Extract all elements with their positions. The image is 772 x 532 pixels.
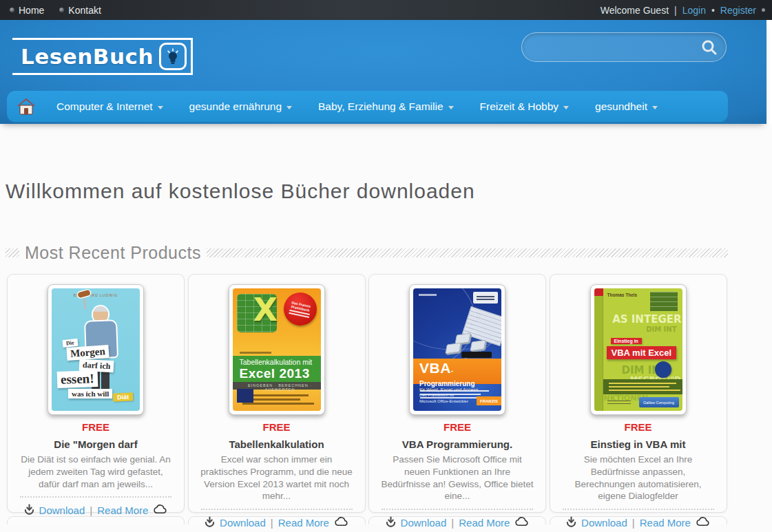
chevron-down-icon xyxy=(448,106,454,109)
home-icon[interactable] xyxy=(17,97,37,116)
top-bar: Home Kontakt Welcome Guest | Login • Reg… xyxy=(0,0,772,20)
chevron-down-icon xyxy=(158,106,163,109)
cloud-icon xyxy=(696,517,710,529)
nav-item-gesundheit[interactable]: gesundheit xyxy=(595,100,658,113)
bullet-icon xyxy=(762,8,765,12)
divider xyxy=(563,509,714,510)
read-more-link[interactable]: Read More xyxy=(640,517,691,529)
price-badge: FREE xyxy=(8,421,184,433)
welcome-guest-text: Welcome Guest xyxy=(601,5,669,16)
product-description: Sie möchten Excel an Ihre Bedürfnisse an… xyxy=(560,454,717,502)
product-card: VBA-Programmierung für Word, Excel und A… xyxy=(368,274,546,513)
separator: | xyxy=(674,5,677,16)
product-description: Excel war schon immer ein praktisches Pr… xyxy=(198,454,355,502)
cloud-icon xyxy=(334,517,348,529)
product-title: Einstieg in VBA mit xyxy=(550,438,727,450)
book-cover-morgen-darf[interactable]: BERNHARD LUDWIG Die Morgen darf ich esse… xyxy=(48,284,144,415)
nav-item-baby-erziehung-familie[interactable]: Baby, Erziehung & Familie xyxy=(318,100,454,113)
price-badge: FREE xyxy=(369,421,545,433)
download-icon xyxy=(24,504,34,517)
product-card: X Das Franzis Praxisbuch Tabellenkalkula… xyxy=(188,274,366,513)
page-title: Willkommen auf kostenlose Bücher downloa… xyxy=(6,180,772,203)
nav-item-computer-internet[interactable]: Computer & Internet xyxy=(56,100,163,113)
login-link[interactable]: Login xyxy=(682,5,706,16)
topbar-home-link[interactable]: Home xyxy=(19,5,44,16)
product-title: Tabellenkalkulation xyxy=(189,438,365,450)
download-icon xyxy=(205,516,215,529)
chevron-down-icon xyxy=(652,106,658,109)
page-content: Willkommen auf kostenlose Bücher downloa… xyxy=(0,124,772,532)
divider xyxy=(201,509,353,510)
chevron-down-icon xyxy=(563,106,569,109)
publisher-logo: FRANZIS xyxy=(477,396,501,405)
bullet-icon xyxy=(10,8,14,12)
book-cover-einstieg-vba-excel[interactable]: Thomas Theis AS INTEGER DIM INT Einstieg… xyxy=(590,284,687,415)
download-icon xyxy=(566,516,576,529)
product-card: Thomas Theis AS INTEGER DIM INT Einstieg… xyxy=(550,274,727,513)
lightbulb-icon xyxy=(159,43,187,70)
read-more-link[interactable]: Read More xyxy=(459,517,510,529)
sticker-badge: Das Franzis Praxisbuch xyxy=(280,290,320,329)
download-link[interactable]: Download xyxy=(220,517,266,529)
search-icon[interactable] xyxy=(700,39,718,59)
publisher-logo: Galileo Computing xyxy=(639,397,679,407)
divider xyxy=(20,496,171,498)
section-header: Most Recent Products xyxy=(6,243,728,263)
download-link[interactable]: Download xyxy=(581,517,627,529)
download-link[interactable]: Download xyxy=(401,517,447,529)
book-cover-vba-programmierung[interactable]: VBA-Programmierung für Word, Excel und A… xyxy=(409,284,505,415)
search-input[interactable] xyxy=(521,32,727,62)
site-logo[interactable]: LesenBuch xyxy=(12,38,193,75)
book-cover-excel-2013[interactable]: X Das Franzis Praxisbuch Tabellenkalkula… xyxy=(229,284,325,415)
price-badge: FREE xyxy=(550,421,727,433)
read-more-link[interactable]: Read More xyxy=(278,517,329,529)
site-header: LesenBuch xyxy=(0,20,766,124)
topbar-kontakt-link[interactable]: Kontakt xyxy=(68,5,101,16)
product-title: Die "Morgen darf xyxy=(8,438,184,450)
cloud-icon xyxy=(153,504,167,516)
separator: • xyxy=(711,5,715,16)
divider xyxy=(382,509,533,510)
chevron-down-icon xyxy=(286,106,292,109)
hatch-decoration xyxy=(6,248,19,257)
product-title: VBA Programmierung. xyxy=(369,438,545,450)
product-description: Die Diät ist so einfach wie genial. An j… xyxy=(17,454,174,490)
hatch-decoration xyxy=(207,248,728,257)
read-more-link[interactable]: Read More xyxy=(97,504,148,516)
main-nav: Computer & Internet gesunde ernährung Ba… xyxy=(7,91,728,123)
logo-text: LesenBuch xyxy=(21,44,154,69)
section-title: Most Recent Products xyxy=(25,243,201,263)
cloud-icon xyxy=(514,517,529,529)
bullet-icon xyxy=(59,8,64,12)
nav-item-gesunde-ernaehrung[interactable]: gesunde ernährung xyxy=(189,100,292,113)
product-description: Passen Sie Microsoft Office mit neuen Fu… xyxy=(379,454,536,502)
product-card xyxy=(7,516,185,524)
price-badge: FREE xyxy=(189,421,365,433)
download-link[interactable]: Download xyxy=(39,504,85,516)
product-grid: BERNHARD LUDWIG Die Morgen darf ich esse… xyxy=(7,274,772,513)
register-link[interactable]: Register xyxy=(720,5,756,16)
nav-item-freizeit-hobby[interactable]: Freizeit & Hobby xyxy=(480,100,570,113)
download-icon xyxy=(386,516,396,529)
product-card: BERNHARD LUDWIG Die Morgen darf ich esse… xyxy=(7,274,185,513)
